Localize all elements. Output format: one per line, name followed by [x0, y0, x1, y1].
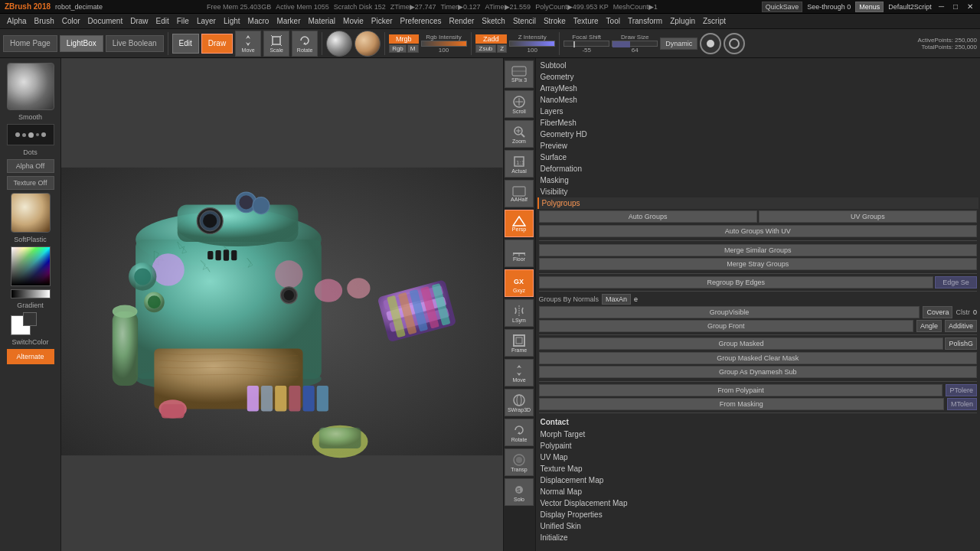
quicksave-btn[interactable]: QuickSave — [762, 2, 803, 12]
mtoler-btn[interactable]: MTolen — [947, 398, 977, 410]
vector-displacement-map-item[interactable]: Vector Displacement Map — [537, 497, 979, 509]
polygroups-item[interactable]: Polygroups — [537, 197, 979, 209]
display-properties-item[interactable]: Display Properties — [537, 509, 979, 520]
menu-tool[interactable]: Tool — [603, 14, 624, 29]
layers-item[interactable]: Layers — [537, 106, 979, 117]
material-preview-left[interactable] — [11, 193, 51, 233]
dynamic-btn[interactable]: Dynamic — [660, 37, 697, 50]
additive-btn[interactable]: Additive — [945, 320, 977, 332]
rotate-icon-btn[interactable]: Rotate — [505, 419, 534, 446]
regroup-edges-btn[interactable]: Regroup By Edges — [539, 276, 934, 289]
transp-btn[interactable]: Transp — [505, 448, 534, 476]
see-through-btn[interactable]: See-through 0 — [807, 3, 851, 11]
group-masked-clear-btn[interactable]: Group Masked Clear Mask — [539, 352, 978, 364]
preview-item[interactable]: Preview — [537, 140, 979, 152]
group-visible-btn[interactable]: GroupVisible — [539, 306, 920, 318]
default-zscript-btn[interactable]: Default2Script — [888, 3, 932, 11]
close-btn[interactable]: ✕ — [965, 2, 975, 11]
group-masked-btn[interactable]: Group Masked — [539, 337, 944, 350]
lsym-btn[interactable]: LSym — [505, 299, 534, 327]
merge-similar-btn[interactable]: Merge Similar Groups — [539, 244, 978, 256]
projection-icon[interactable] — [724, 33, 745, 54]
visibility-item[interactable]: Visibility — [537, 186, 979, 197]
menu-marker[interactable]: Marker — [273, 14, 304, 29]
menu-document[interactable]: Document — [84, 14, 127, 29]
menu-movie[interactable]: Movie — [339, 14, 368, 29]
fiber-mesh-item[interactable]: FiberMesh — [537, 117, 979, 129]
menu-render[interactable]: Render — [446, 14, 479, 29]
menu-brush[interactable]: Brush — [31, 14, 58, 29]
live-boolean-tab[interactable]: Live Boolean — [106, 35, 164, 52]
normal-map-item[interactable]: Normal Map — [537, 486, 979, 497]
menu-layer[interactable]: Layer — [193, 14, 220, 29]
texture-map-item[interactable]: Texture Map — [537, 463, 979, 474]
maxan-btn[interactable]: MaxAn — [602, 294, 631, 305]
color-sphere[interactable] — [326, 31, 352, 57]
brush-preview[interactable] — [7, 63, 54, 110]
edge-se-btn[interactable]: Edge Se — [935, 276, 977, 289]
texture-off-btn[interactable]: Texture Off — [7, 176, 54, 190]
group-dynamesh-btn[interactable]: Group As Dynamesh Sub — [539, 366, 978, 378]
surface-item[interactable]: Surface — [537, 152, 979, 163]
actual-btn[interactable]: 1:1 Actual — [505, 150, 534, 178]
polishg-btn[interactable]: PolishG — [945, 337, 977, 350]
mrgb-btn[interactable]: Mrgb — [389, 34, 418, 44]
color-picker[interactable] — [11, 246, 51, 286]
zsub-btn[interactable]: Zsub — [475, 44, 497, 53]
menu-transform[interactable]: Transform — [624, 14, 666, 29]
menu-alpha[interactable]: Alpha — [3, 14, 31, 29]
menus-btn[interactable]: Menus — [855, 2, 884, 12]
lightbox-tab[interactable]: LightBox — [60, 35, 103, 52]
maximize-btn[interactable]: □ — [951, 2, 960, 11]
geometry-hd-item[interactable]: Geometry HD — [537, 129, 979, 140]
menu-stroke[interactable]: Stroke — [540, 14, 570, 29]
alpha-off-btn[interactable]: Alpha Off — [7, 159, 54, 173]
canvas-area[interactable] — [61, 58, 503, 551]
gradient-bar[interactable] — [11, 289, 51, 298]
unified-skin-item[interactable]: Unified Skin — [537, 520, 979, 532]
draw-btn[interactable]: Draw — [201, 34, 233, 54]
from-masking-btn[interactable]: From Masking — [539, 398, 944, 410]
merge-stray-btn[interactable]: Merge Stray Groups — [539, 258, 978, 270]
menu-sketch[interactable]: Sketch — [478, 14, 509, 29]
spix-btn[interactable]: SPix 3 — [505, 60, 534, 88]
zadd-btn[interactable]: Zadd — [475, 34, 508, 44]
edit-btn[interactable]: Edit — [172, 34, 199, 54]
symmetry-icon[interactable] — [700, 33, 721, 54]
stroke-preview[interactable] — [7, 124, 54, 145]
persp-btn[interactable]: Persp — [505, 210, 534, 237]
scroll-btn[interactable]: Scroll — [505, 90, 534, 118]
minimize-btn[interactable]: ─ — [936, 2, 946, 11]
menu-material[interactable]: Material — [305, 14, 340, 29]
solo-btn[interactable]: S Solo — [505, 478, 534, 506]
masking-item[interactable]: Masking — [537, 174, 979, 186]
gxyz-btn[interactable]: GX Gxyz — [505, 269, 534, 297]
coverage-btn[interactable]: Covera — [923, 306, 952, 318]
floor-btn[interactable]: Floor — [505, 240, 534, 267]
menu-edit[interactable]: Edit — [152, 14, 173, 29]
angle-btn[interactable]: Angle — [916, 320, 942, 332]
geometry-item[interactable]: Geometry — [537, 71, 979, 83]
uv-groups-btn[interactable]: UV Groups — [759, 210, 977, 223]
move-btn[interactable]: Move — [235, 31, 261, 57]
menu-texture[interactable]: Texture — [570, 14, 603, 29]
menu-picker[interactable]: Picker — [368, 14, 397, 29]
z-btn[interactable]: Z — [497, 44, 507, 53]
scale-btn[interactable]: Scale — [263, 31, 289, 57]
deformation-item[interactable]: Deformation — [537, 163, 979, 174]
move-icon-btn[interactable]: Move — [505, 359, 534, 386]
menu-stencil[interactable]: Stencil — [509, 14, 540, 29]
frame-btn[interactable]: Frame — [505, 329, 534, 357]
swrap3d-btn[interactable]: SWrap3D — [505, 389, 534, 416]
menu-zscript[interactable]: Zscript — [699, 14, 730, 29]
menu-color[interactable]: Color — [58, 14, 84, 29]
nano-mesh-item[interactable]: NanoMesh — [537, 94, 979, 106]
auto-groups-btn[interactable]: Auto Groups — [539, 210, 757, 223]
switch-color-area[interactable] — [11, 312, 51, 335]
menu-light[interactable]: Light — [220, 14, 244, 29]
uv-map-item[interactable]: UV Map — [537, 452, 979, 463]
menu-zplugin[interactable]: Zplugin — [666, 14, 699, 29]
rotate-btn[interactable]: Rotate — [292, 31, 318, 57]
array-mesh-item[interactable]: ArrayMesh — [537, 83, 979, 94]
menu-preferences[interactable]: Preferences — [397, 14, 446, 29]
